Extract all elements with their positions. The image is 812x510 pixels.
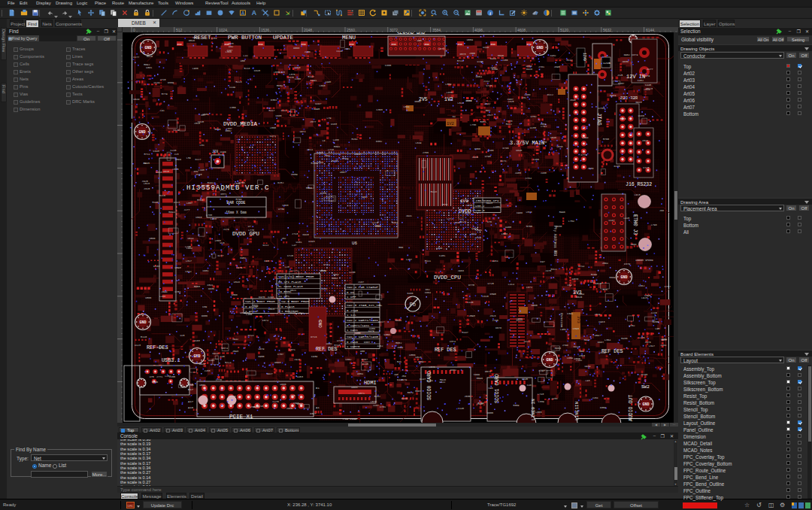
svg-text:GND: GND (144, 46, 151, 50)
svg-text:J713: J713 (292, 232, 298, 235)
svg-text:SENSOR HUB.: SENSOR HUB. (397, 32, 428, 36)
svg-text:U616: U616 (595, 282, 601, 285)
svg-text:GND: GND (350, 43, 354, 46)
svg-text:L425: L425 (623, 217, 629, 220)
svg-text:L798: L798 (651, 223, 657, 226)
svg-text:L751: L751 (320, 269, 326, 272)
svg-text:J710: J710 (159, 78, 165, 81)
svg-text:U609: U609 (467, 38, 473, 41)
svg-text:D112: D112 (547, 93, 553, 96)
svg-text:GND: GND (491, 43, 495, 46)
svg-text:L718: L718 (328, 148, 334, 151)
svg-text:C725: C725 (287, 254, 293, 257)
svg-text:J755: J755 (423, 151, 429, 154)
svg-text:GND: GND (392, 43, 396, 46)
svg-text:U297: U297 (315, 102, 321, 105)
svg-text:U30.3: U30.3 (475, 209, 485, 212)
svg-text:JTAG: JTAG (596, 113, 602, 126)
svg-text:R607: R607 (415, 390, 421, 393)
svg-text:R691: R691 (334, 145, 340, 148)
svg-text:D539: D539 (168, 81, 174, 84)
svg-text:C757: C757 (277, 353, 283, 356)
svg-text:J989: J989 (418, 360, 424, 363)
svg-text:C840: C840 (254, 69, 260, 72)
svg-text:D913: D913 (636, 101, 642, 104)
svg-text:J564: J564 (602, 262, 608, 265)
svg-text:1 OFF: 1 OFF (347, 296, 356, 299)
svg-text:R299: R299 (591, 273, 597, 276)
svg-text:R755: R755 (526, 225, 532, 228)
svg-text:3584: 3584 (432, 28, 441, 32)
svg-text:C601: C601 (203, 269, 209, 272)
svg-text:L558: L558 (501, 232, 508, 235)
svg-text:R826: R826 (576, 296, 582, 299)
svg-text:D128: D128 (229, 395, 235, 398)
svg-text:C642: C642 (186, 270, 192, 273)
svg-text:L778: L778 (216, 378, 222, 381)
svg-text:U460: U460 (505, 226, 511, 229)
svg-text:R588: R588 (306, 187, 312, 190)
svg-text:U123: U123 (135, 344, 141, 347)
svg-text:R87: R87 (486, 109, 490, 112)
svg-text:D924: D924 (213, 352, 219, 355)
svg-text:DVDD_MEDIA: DVDD_MEDIA (223, 121, 258, 127)
svg-text:3.3/5V MAIN: 3.3/5V MAIN (510, 140, 544, 146)
svg-text:J795: J795 (492, 319, 498, 322)
svg-text:U566: U566 (149, 237, 155, 240)
svg-text:U25: U25 (180, 334, 185, 337)
svg-text:L42: L42 (244, 54, 248, 57)
svg-text:U566: U566 (145, 296, 151, 299)
svg-text:R853: R853 (194, 285, 200, 288)
svg-text:U803: U803 (351, 386, 357, 389)
svg-text:D366: D366 (474, 147, 480, 150)
svg-text:U235: U235 (530, 126, 536, 129)
svg-text:J820: J820 (144, 187, 150, 190)
svg-text:D802: D802 (376, 140, 382, 143)
svg-text:GND: GND (301, 43, 306, 46)
svg-text:L578: L578 (526, 211, 532, 214)
svg-text:R832: R832 (277, 84, 283, 87)
svg-text:R692: R692 (144, 63, 150, 66)
svg-text:D608: D608 (415, 100, 421, 103)
svg-text:U348: U348 (234, 281, 240, 284)
svg-text:L79: L79 (327, 117, 332, 120)
svg-text:C737: C737 (665, 285, 671, 288)
svg-text:L979: L979 (237, 266, 243, 269)
svg-text:R779: R779 (162, 93, 168, 96)
svg-text:J210: J210 (651, 311, 657, 314)
svg-text:C967: C967 (508, 98, 514, 101)
svg-text:C574: C574 (262, 319, 268, 322)
svg-text:L743: L743 (538, 393, 544, 396)
svg-text:L871: L871 (526, 286, 532, 289)
svg-text:D565: D565 (532, 304, 538, 307)
svg-text:L476: L476 (639, 336, 645, 339)
svg-text:J138: J138 (211, 37, 217, 40)
svg-text:0 ON: 0 ON (347, 291, 355, 294)
svg-text:J319: J319 (642, 139, 648, 142)
svg-text:GND: GND (139, 320, 146, 325)
svg-text:R442: R442 (506, 123, 512, 126)
svg-text:D4: D4 (453, 115, 456, 118)
svg-text:J577: J577 (310, 120, 316, 123)
svg-text:1 I2S: 1 I2S (347, 314, 356, 317)
svg-text:12VB: 12VB (603, 62, 611, 65)
svg-text:SDIO0 CARD: SDIO0 CARD (427, 371, 432, 400)
svg-text:C440: C440 (645, 83, 651, 87)
svg-text:SW2.3 JTAG_I2S_SEL: SW2.3 JTAG_I2S_SEL (347, 303, 383, 307)
svg-text:SDIO1 CARD: SDIO1 CARD (495, 374, 500, 403)
svg-text:D732: D732 (323, 263, 329, 266)
svg-text:R721: R721 (457, 59, 463, 62)
svg-text:U248: U248 (483, 46, 489, 49)
svg-text:D788: D788 (503, 147, 509, 150)
svg-text:D222: D222 (263, 244, 269, 247)
svg-text:J88: J88 (394, 373, 398, 376)
svg-text:R802: R802 (395, 342, 401, 345)
svg-text:C249: C249 (229, 86, 235, 89)
svg-text:R928: R928 (440, 378, 446, 381)
svg-text:D836: D836 (208, 287, 214, 290)
svg-text:1V2: 1V2 (447, 121, 454, 126)
svg-text:L775: L775 (248, 229, 254, 232)
svg-text:R223: R223 (236, 80, 242, 83)
svg-text:C96: C96 (489, 387, 493, 390)
svg-text:R532: R532 (332, 277, 338, 280)
